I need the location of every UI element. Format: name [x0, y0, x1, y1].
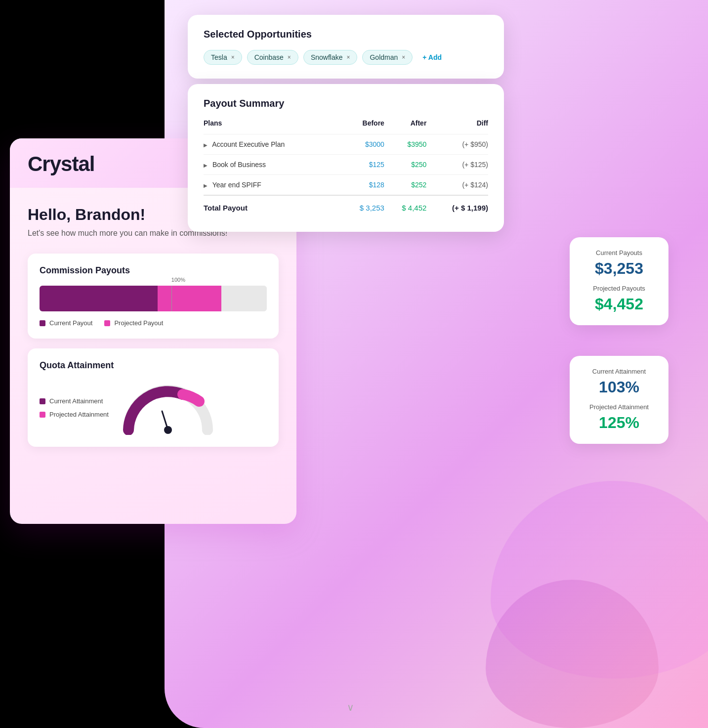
bar-100-line	[171, 286, 172, 311]
stat-payouts-card: Current Payouts $3,253 Projected Payouts…	[570, 237, 668, 325]
legend-dot-projected-att	[40, 412, 45, 418]
total-after: $ 4,452	[384, 195, 426, 218]
current-payouts-label: Current Payouts	[583, 249, 655, 257]
payout-summary-card: Payout Summary Plans Before After Diff ▶…	[188, 84, 504, 232]
tag-coinbase[interactable]: Coinbase ×	[247, 50, 298, 65]
legend-dot-current-att	[40, 398, 45, 404]
plan-before-3: $128	[342, 175, 384, 196]
current-attainment-label: Current Attainment	[583, 368, 655, 375]
plan-name-1: ▶ Account Executive Plan	[204, 134, 342, 155]
gauge-svg	[119, 381, 217, 435]
legend-projected-att-label: Projected Attainment	[49, 411, 109, 418]
tag-tesla-label: Tesla	[211, 53, 227, 61]
chevron-down-icon[interactable]: ∨	[347, 701, 354, 713]
total-diff: (+ $ 1,199)	[426, 195, 488, 218]
projected-attainment-value: 125%	[583, 414, 655, 432]
plan-after-3: $252	[384, 175, 426, 196]
legend-current-attainment: Current Attainment	[40, 397, 109, 405]
projected-payouts-label: Projected Payouts	[583, 285, 655, 292]
col-before: Before	[342, 119, 384, 134]
tag-goldman[interactable]: Goldman ×	[362, 50, 413, 65]
legend-current-payout: Current Payout	[40, 319, 92, 327]
plan-after-1: $3950	[384, 134, 426, 155]
tags-row: Tesla × Coinbase × Snowflake × Goldman ×…	[204, 50, 488, 65]
current-payouts-value: $3,253	[583, 259, 655, 278]
stat-attainment-card: Current Attainment 103% Projected Attain…	[570, 356, 668, 444]
plan-arrow-2: ▶	[204, 163, 208, 168]
tag-snowflake[interactable]: Snowflake ×	[303, 50, 358, 65]
legend-dot-projected	[104, 320, 110, 326]
plan-diff-2: (+ $125)	[426, 155, 488, 175]
plan-after-2: $250	[384, 155, 426, 175]
add-opportunity-button[interactable]: + Add	[417, 50, 447, 64]
projected-attainment-label: Projected Attainment	[583, 403, 655, 411]
plan-before-2: $125	[342, 155, 384, 175]
table-header-row: Plans Before After Diff	[204, 119, 488, 134]
plan-arrow-1: ▶	[204, 142, 208, 148]
tag-tesla-remove[interactable]: ×	[231, 54, 235, 61]
legend-dot-current	[40, 320, 45, 326]
bar-chart: 100%	[40, 286, 267, 311]
commission-payouts-title: Commission Payouts	[40, 265, 267, 276]
commission-payouts-card: Commission Payouts 100% Current Payout P	[28, 254, 279, 339]
legend-projected-attainment: Projected Attainment	[40, 411, 109, 418]
total-row: Total Payout $ 3,253 $ 4,452 (+ $ 1,199)	[204, 195, 488, 218]
payout-table: Plans Before After Diff ▶ Account Execut…	[204, 119, 488, 218]
bar-segment-projected	[158, 286, 221, 311]
legend-projected-label: Projected Payout	[114, 319, 163, 327]
tag-goldman-label: Goldman	[370, 53, 398, 61]
projected-payouts-value: $4,452	[583, 295, 655, 313]
tag-snowflake-remove[interactable]: ×	[346, 54, 350, 61]
quota-attainment-card: Quota Attainment Current Attainment Proj…	[28, 348, 279, 447]
quota-legend: Current Attainment Projected Attainment	[40, 397, 109, 418]
gauge-chart	[119, 381, 217, 435]
current-attainment-value: 103%	[583, 378, 655, 396]
bar-track	[40, 286, 267, 311]
total-before: $ 3,253	[342, 195, 384, 218]
col-after: After	[384, 119, 426, 134]
selected-opportunities-card: Selected Opportunities Tesla × Coinbase …	[188, 15, 504, 79]
plan-arrow-3: ▶	[204, 183, 208, 188]
plan-name-3: ▶ Year end SPIFF	[204, 175, 342, 196]
payout-summary-title: Payout Summary	[204, 98, 488, 109]
svg-line-1	[162, 411, 168, 430]
legend-current-att-label: Current Attainment	[49, 397, 103, 405]
chart-legend: Current Payout Projected Payout	[40, 319, 267, 327]
plan-before-1: $3000	[342, 134, 384, 155]
plan-diff-1: (+ $950)	[426, 134, 488, 155]
legend-projected-payout: Projected Payout	[104, 319, 163, 327]
bar-segment-current	[40, 286, 158, 311]
quota-content: Current Attainment Projected Attainment	[40, 381, 267, 435]
bar-100-label: 100%	[171, 277, 185, 283]
col-diff: Diff	[426, 119, 488, 134]
table-row: ▶ Year end SPIFF $128 $252 (+ $124)	[204, 175, 488, 196]
tag-coinbase-remove[interactable]: ×	[288, 54, 291, 61]
tag-tesla[interactable]: Tesla ×	[204, 50, 242, 65]
tag-goldman-remove[interactable]: ×	[402, 54, 405, 61]
tag-snowflake-label: Snowflake	[311, 53, 343, 61]
col-plans: Plans	[204, 119, 342, 134]
plan-name-2: ▶ Book of Business	[204, 155, 342, 175]
selected-opps-title: Selected Opportunities	[204, 29, 488, 40]
plan-diff-3: (+ $124)	[426, 175, 488, 196]
legend-current-label: Current Payout	[49, 319, 92, 327]
table-row: ▶ Account Executive Plan $3000 $3950 (+ …	[204, 134, 488, 155]
total-label: Total Payout	[204, 195, 342, 218]
tag-coinbase-label: Coinbase	[254, 53, 284, 61]
bar-segment-empty	[221, 286, 267, 311]
quota-title: Quota Attainment	[40, 360, 267, 371]
table-row: ▶ Book of Business $125 $250 (+ $125)	[204, 155, 488, 175]
